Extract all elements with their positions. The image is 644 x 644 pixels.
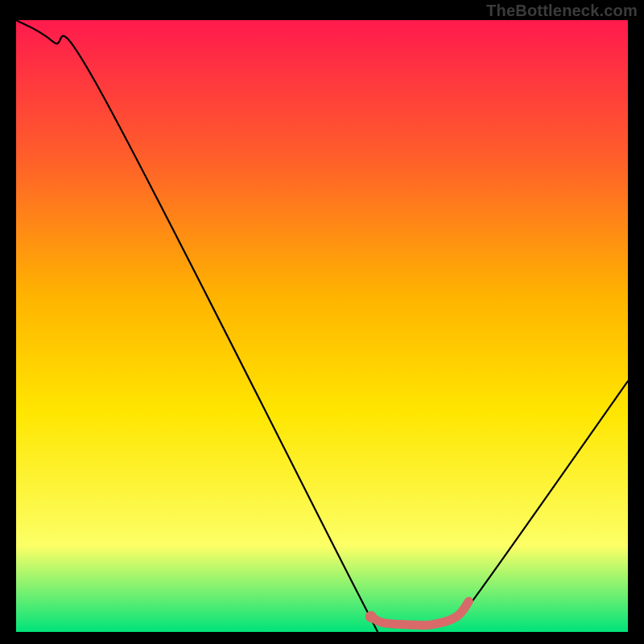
marker-dot [365,611,377,622]
chart-frame: TheBottleneck.com [0,0,644,644]
chart-svg [16,20,628,632]
gradient-background [16,20,628,632]
plot-area [16,20,628,632]
attribution-text: TheBottleneck.com [486,2,638,20]
